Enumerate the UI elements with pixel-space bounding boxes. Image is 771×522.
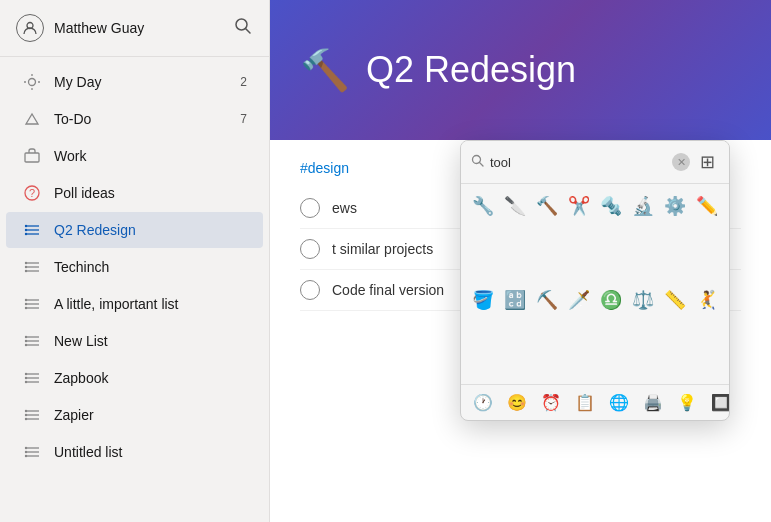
q2-redesign-icon [22,220,42,240]
emoji-cell-12[interactable]: ♎ [597,286,625,314]
svg-point-28 [25,307,27,309]
recent-icon[interactable]: 🕐 [469,391,497,414]
little-list-icon [22,294,42,314]
header-icon: 🔨 [300,47,350,94]
emoji-search-input[interactable] [490,155,666,170]
sidebar-item-label-to-do: To-Do [54,111,228,127]
emoji-cell-11[interactable]: 🗡️ [565,286,593,314]
svg-point-20 [25,262,27,264]
emoji-view-toggle[interactable]: ⊞ [696,149,719,175]
svg-point-46 [25,418,27,420]
sidebar-item-zapier[interactable]: Zapier [6,397,263,433]
svg-point-50 [25,447,27,449]
sidebar-item-label-techinch: Techinch [54,259,247,275]
untitled-list-icon [22,442,42,462]
svg-point-14 [25,225,27,227]
svg-line-2 [246,28,251,33]
svg-point-15 [25,229,27,231]
emoji-cell-8[interactable]: 🪣 [469,286,497,314]
svg-point-3 [29,79,36,86]
techinch-icon [22,257,42,277]
sidebar-item-to-do[interactable]: To-Do7 [6,101,263,137]
sidebar-item-label-poll-ideas: Poll ideas [54,185,247,201]
sidebar-header: Matthew Guay [0,0,269,57]
emoji-cell-9[interactable]: 🔡 [501,286,529,314]
task-checkbox-code[interactable] [300,280,320,300]
emoji-search-bar: ✕ ⊞ [461,141,729,184]
task-label-code: Code final version [332,282,444,298]
emoji-picker: ✕ ⊞ 🔧🔪🔨✂️🔩🔬⚙️✏️🪣🔡⛏️🗡️♎⚖️📏🤾 🕐😊⏰📋🌐🖨️💡🔲🚩» [460,140,730,421]
sidebar-item-techinch[interactable]: Techinch [6,249,263,285]
zapbook-icon [22,368,42,388]
grid-icon[interactable]: 🔲 [707,391,730,414]
svg-point-38 [25,373,27,375]
emoji-cell-10[interactable]: ⛏️ [533,286,561,314]
sidebar-item-label-zapbook: Zapbook [54,370,247,386]
emoji-cell-1[interactable]: 🔪 [501,192,529,220]
bulb-icon[interactable]: 💡 [673,391,701,414]
sidebar-item-label-little-list: A little, important list [54,296,247,312]
sidebar-item-q2-redesign[interactable]: Q2 Redesign [6,212,263,248]
task-label-1: ews [332,200,357,216]
sidebar-item-my-day[interactable]: My Day2 [6,64,263,100]
emoji-icon[interactable]: 😊 [503,391,531,414]
task-checkbox-1[interactable] [300,198,320,218]
main-area: 🔨 Q2 Redesign #design ews t similar proj… [270,0,771,522]
sidebar-item-label-q2-redesign: Q2 Redesign [54,222,247,238]
sidebar-item-label-zapier: Zapier [54,407,247,423]
sidebar-item-label-new-list: New List [54,333,247,349]
emoji-cell-7[interactable]: ✏️ [693,192,721,220]
sidebar-nav: My Day2To-Do7Work?Poll ideas Q2 Redesign… [0,57,269,522]
emoji-cell-2[interactable]: 🔨 [533,192,561,220]
emoji-cell-4[interactable]: 🔩 [597,192,625,220]
emoji-cell-3[interactable]: ✂️ [565,192,593,220]
sidebar-item-work[interactable]: Work [6,138,263,174]
svg-line-54 [480,163,484,167]
printer-icon[interactable]: 🖨️ [639,391,667,414]
search-icon-small [471,154,484,170]
emoji-cell-5[interactable]: 🔬 [629,192,657,220]
nav-badge-to-do: 7 [240,112,247,126]
sidebar-item-little-list[interactable]: A little, important list [6,286,263,322]
sidebar-item-poll-ideas[interactable]: ?Poll ideas [6,175,263,211]
nav-badge-my-day: 2 [240,75,247,89]
sidebar-item-label-untitled-list: Untitled list [54,444,247,460]
main-header: 🔨 Q2 Redesign [270,0,771,140]
emoji-cell-13[interactable]: ⚖️ [629,286,657,314]
sidebar-item-label-my-day: My Day [54,74,228,90]
svg-point-45 [25,414,27,416]
svg-point-34 [25,344,27,346]
to-do-icon [22,109,42,129]
emoji-cell-6[interactable]: ⚙️ [661,192,689,220]
task-label-2: t similar projects [332,241,433,257]
emoji-grid: 🔧🔪🔨✂️🔩🔬⚙️✏️🪣🔡⛏️🗡️♎⚖️📏🤾 [461,184,729,384]
emoji-cell-14[interactable]: 📏 [661,286,689,314]
sidebar-item-untitled-list[interactable]: Untitled list [6,434,263,470]
svg-point-22 [25,270,27,272]
svg-point-51 [25,451,27,453]
page-title: Q2 Redesign [366,49,576,91]
task-checkbox-2[interactable] [300,239,320,259]
my-day-icon [22,72,42,92]
sidebar-user: Matthew Guay [16,14,144,42]
emoji-cell-15[interactable]: 🤾 [693,286,721,314]
search-icon[interactable] [233,16,253,41]
clipboard-icon[interactable]: 📋 [571,391,599,414]
svg-point-33 [25,340,27,342]
sidebar-item-zapbook[interactable]: Zapbook [6,360,263,396]
poll-ideas-icon: ? [22,183,42,203]
svg-point-39 [25,377,27,379]
svg-point-21 [25,266,27,268]
svg-point-40 [25,381,27,383]
globe-icon[interactable]: 🌐 [605,391,633,414]
svg-text:?: ? [29,187,35,199]
emoji-clear-button[interactable]: ✕ [672,153,690,171]
clock-icon[interactable]: ⏰ [537,391,565,414]
svg-point-16 [25,233,27,235]
svg-point-26 [25,299,27,301]
sidebar-item-label-work: Work [54,148,247,164]
sidebar-item-new-list[interactable]: New List [6,323,263,359]
svg-point-27 [25,303,27,305]
emoji-cell-0[interactable]: 🔧 [469,192,497,220]
svg-point-44 [25,410,27,412]
